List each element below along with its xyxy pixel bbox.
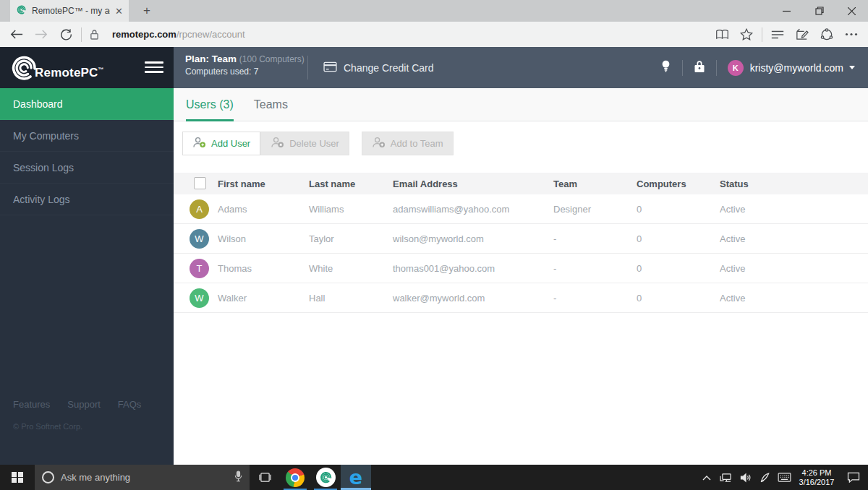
- footer-link-faqs[interactable]: FAQs: [118, 399, 142, 410]
- table-row[interactable]: WWilsonTaylorwilson@myworld.com-0Active: [174, 224, 868, 254]
- favicon-remotepc-icon: [16, 4, 27, 18]
- main-content: Users (3)Teams Add User Delete User Add …: [174, 88, 868, 465]
- column-header: Email Address: [393, 179, 458, 189]
- cell-team: -: [553, 263, 556, 274]
- column-header: Computers: [637, 179, 686, 189]
- favorites-star-icon[interactable]: [734, 24, 759, 46]
- cortana-search[interactable]: Ask me anything: [35, 465, 250, 490]
- tab-teams[interactable]: Teams: [254, 88, 288, 121]
- delete-user-icon: [271, 137, 284, 150]
- close-window-button[interactable]: [835, 0, 868, 22]
- tab-title: RemotePC™ - my accou: [32, 6, 110, 16]
- sidebar-footer-links: FeaturesSupportFAQs: [13, 399, 141, 410]
- browser-tab[interactable]: RemotePC™ - my accou ✕: [10, 0, 129, 22]
- edge-taskbar-icon[interactable]: e: [341, 465, 371, 490]
- change-credit-card-button[interactable]: Change Credit Card: [323, 47, 434, 88]
- delete-user-button[interactable]: Delete User: [260, 132, 349, 155]
- pen-icon[interactable]: [755, 465, 775, 490]
- touch-keyboard-icon[interactable]: [775, 465, 794, 490]
- tab-close-icon[interactable]: ✕: [115, 7, 123, 16]
- footer-link-features[interactable]: Features: [13, 399, 50, 410]
- share-icon[interactable]: [814, 24, 839, 46]
- cell-computers: 0: [637, 263, 642, 274]
- toolbar: Add User Delete User Add to Team: [182, 132, 454, 155]
- clock-date: 3/16/2017: [794, 478, 839, 487]
- content-tabs: Users (3)Teams: [174, 88, 868, 121]
- users-table: First nameLast nameEmail AddressTeamComp…: [174, 173, 868, 313]
- back-icon[interactable]: [4, 24, 29, 46]
- url-field[interactable]: remotepc.com/rpcnew/account: [112, 29, 710, 40]
- task-view-button[interactable]: [250, 465, 280, 490]
- table-row[interactable]: TThomasWhitethomas001@yahoo.com-0Active: [174, 254, 868, 283]
- web-note-icon[interactable]: [790, 24, 814, 46]
- divider: [682, 60, 683, 76]
- new-tab-button[interactable]: +: [135, 0, 159, 22]
- network-icon[interactable]: [716, 465, 736, 490]
- cell-team: -: [553, 293, 556, 304]
- taskbar-clock[interactable]: 4:26 PM 3/16/2017: [794, 468, 839, 487]
- more-options-icon[interactable]: [839, 24, 864, 46]
- address-bar: remotepc.com/rpcnew/account: [0, 22, 868, 47]
- user-avatar: A: [190, 199, 209, 219]
- sidebar-item-activity-logs[interactable]: Activity Logs: [0, 184, 174, 215]
- cell-first: Walker: [218, 293, 247, 304]
- windows-taskbar: Ask me anything e: [0, 465, 868, 490]
- column-header: Last name: [309, 179, 355, 189]
- sidebar-item-session-logs[interactable]: Session Logs: [0, 152, 174, 184]
- cell-computers: 0: [637, 204, 642, 215]
- sidebar-item-dashboard[interactable]: Dashboard: [0, 88, 174, 120]
- account-email[interactable]: kristy@myworld.com: [750, 62, 843, 74]
- table-row[interactable]: WWalkerHallwalker@myworld.com-0Active: [174, 283, 868, 313]
- cell-email: walker@myworld.com: [393, 293, 485, 304]
- start-button[interactable]: [0, 465, 35, 490]
- add-user-button[interactable]: Add User: [182, 132, 260, 155]
- column-header: First name: [218, 179, 265, 189]
- logo-block: RemotePC™: [0, 47, 174, 88]
- restore-button[interactable]: [803, 0, 835, 22]
- cell-first: Wilson: [218, 233, 246, 244]
- refresh-icon[interactable]: [54, 24, 78, 46]
- footer-link-support[interactable]: Support: [67, 399, 101, 410]
- cell-computers: 0: [637, 293, 642, 304]
- chrome-taskbar-icon[interactable]: [280, 465, 310, 490]
- screen: RemotePC™ - my accou ✕ +: [0, 0, 868, 490]
- forward-icon[interactable]: [29, 24, 54, 46]
- credit-card-icon: [323, 61, 337, 74]
- tray-chevron-up-icon[interactable]: [697, 465, 716, 490]
- menu-hamburger-icon[interactable]: [145, 60, 163, 74]
- account-area: K kristy@myworld.com: [660, 47, 855, 88]
- plan-detail: (100 Computers): [239, 54, 305, 64]
- plan-block: Plan: Team (100 Computers) Computers use…: [174, 47, 868, 88]
- divider: [762, 27, 762, 42]
- sidebar-item-my-computers[interactable]: My Computers: [0, 120, 174, 152]
- plan-label: Plan: Team: [185, 53, 237, 64]
- hub-icon[interactable]: [765, 24, 790, 46]
- remotepc-taskbar-icon[interactable]: [310, 465, 341, 490]
- cell-email: thomas001@yahoo.com: [393, 263, 495, 274]
- logo-text: RemotePC™: [35, 66, 104, 80]
- action-center-icon[interactable]: [839, 465, 868, 490]
- sidebar: DashboardMy ComputersSession LogsActivit…: [0, 88, 174, 465]
- cell-email: adamswilliams@yahoo.com: [393, 204, 509, 215]
- microphone-icon[interactable]: [234, 470, 242, 485]
- select-all-checkbox[interactable]: [194, 177, 206, 189]
- table-row[interactable]: AAdamsWilliamsadamswilliams@yahoo.comDes…: [174, 194, 868, 224]
- minimize-button[interactable]: [770, 0, 803, 22]
- copyright: © Pro Softnet Corp.: [13, 422, 82, 431]
- table-body: AAdamsWilliamsadamswilliams@yahoo.comDes…: [174, 194, 868, 313]
- remotepc-logo: RemotePC™: [9, 53, 104, 83]
- add-user-icon: [192, 137, 206, 150]
- lightbulb-icon[interactable]: [660, 59, 671, 76]
- cell-status: Active: [720, 263, 745, 274]
- chevron-down-icon[interactable]: [849, 66, 855, 69]
- volume-icon[interactable]: [736, 465, 755, 490]
- cell-first: Adams: [218, 204, 247, 215]
- windows-logo-icon: [12, 472, 23, 483]
- clock-time: 4:26 PM: [794, 468, 839, 478]
- cell-email: wilson@myworld.com: [393, 233, 484, 244]
- security-lock-icon[interactable]: [694, 60, 705, 76]
- tab-users[interactable]: Users (3): [186, 88, 234, 121]
- add-to-team-button[interactable]: Add to Team: [362, 132, 454, 155]
- reading-view-icon[interactable]: [710, 24, 734, 46]
- column-header: Status: [720, 179, 749, 189]
